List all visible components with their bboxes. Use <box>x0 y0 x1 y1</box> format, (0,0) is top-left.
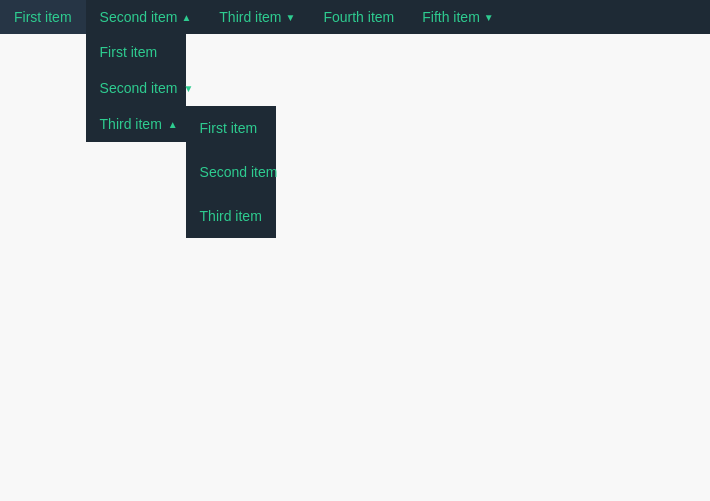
sub-item-first[interactable]: First item <box>186 106 276 150</box>
nav-third-arrow: ▼ <box>286 12 296 23</box>
second-dropdown-second-label: Second item <box>100 80 178 96</box>
nav-second-label: Second item <box>100 9 178 25</box>
second-dropdown-item-first[interactable]: First item <box>86 34 186 70</box>
sub-first-label: First item <box>200 120 258 136</box>
sub-item-second[interactable]: Second item <box>186 150 276 194</box>
second-dropdown: First item Second item ▼ Third item ▲ Fi… <box>86 34 186 142</box>
second-dropdown-second-arrow: ▼ <box>183 83 193 94</box>
sub-item-third[interactable]: Third item <box>186 194 276 238</box>
nav-item-first[interactable]: First item <box>0 0 86 34</box>
sub-second-label: Second item <box>200 164 278 180</box>
second-dropdown-first-label: First item <box>100 44 158 60</box>
nav-second-arrow: ▲ <box>181 12 191 23</box>
second-dropdown-item-second[interactable]: Second item ▼ <box>86 70 186 106</box>
second-dropdown-item-third[interactable]: Third item ▲ First item Second item Thir… <box>86 106 186 142</box>
nav-fifth-label: Fifth item <box>422 9 480 25</box>
nav-item-third[interactable]: Third item ▼ <box>205 0 309 34</box>
nav-first-label: First item <box>14 9 72 25</box>
nav-item-second[interactable]: Second item ▲ First item Second item ▼ T… <box>86 0 206 34</box>
nav-item-fourth[interactable]: Fourth item <box>309 0 408 34</box>
third-subdropdown: First item Second item Third item <box>186 106 276 238</box>
nav-fifth-arrow: ▼ <box>484 12 494 23</box>
second-dropdown-third-arrow: ▲ <box>168 119 178 130</box>
navbar: First item Second item ▲ First item Seco… <box>0 0 710 34</box>
sub-third-label: Third item <box>200 208 262 224</box>
nav-fourth-label: Fourth item <box>323 9 394 25</box>
second-dropdown-third-label: Third item <box>100 116 162 132</box>
nav-third-label: Third item <box>219 9 281 25</box>
nav-item-fifth[interactable]: Fifth item ▼ <box>408 0 507 34</box>
